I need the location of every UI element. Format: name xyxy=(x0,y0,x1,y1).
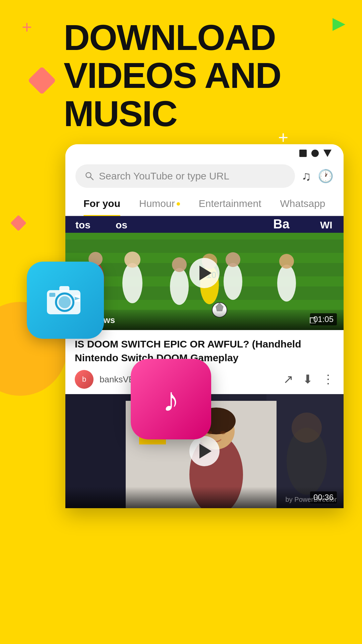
svg-point-53 xyxy=(292,413,322,443)
headline-line2: VIDEOS AND xyxy=(64,56,281,94)
tab-humour[interactable]: Humour xyxy=(131,193,188,215)
svg-point-19 xyxy=(170,268,189,305)
headline-line3: MUSIC xyxy=(64,95,281,132)
video-thumb-1[interactable]: 10 tos os Ba WI xyxy=(65,216,344,330)
svg-text:♪: ♪ xyxy=(163,381,179,418)
play-triangle-2 xyxy=(199,444,212,459)
soccer-scene: 10 tos os Ba WI xyxy=(65,216,344,330)
svg-rect-5 xyxy=(59,286,69,291)
channel-avatar-1: b xyxy=(75,370,94,389)
watermark: by PowerDirector xyxy=(286,496,337,503)
svg-rect-6 xyxy=(49,293,55,297)
tabs-row: For you Humour Entertainment Whatsapp xyxy=(65,193,344,216)
play-button-1[interactable] xyxy=(189,258,220,288)
tab-for-you[interactable]: For you xyxy=(75,193,128,215)
svg-point-18 xyxy=(124,252,140,268)
tab-whatsapp[interactable]: Whatsapp xyxy=(272,193,333,215)
deco-triangle-tr: ▶ xyxy=(333,13,345,33)
svg-text:WI: WI xyxy=(320,219,333,230)
svg-point-21 xyxy=(224,263,242,300)
search-bar-row: Search YouTube or type URL ♫ 🕐 xyxy=(65,160,344,193)
svg-point-23 xyxy=(277,265,296,302)
phone-mockup: Search YouTube or type URL ♫ 🕐 For you H… xyxy=(65,144,344,508)
tab-entertainment[interactable]: Entertainment xyxy=(191,193,269,215)
video-meta-overlay: 23K Views 01:05 xyxy=(65,309,344,330)
play-triangle xyxy=(199,266,212,280)
deco-diamond-left xyxy=(27,65,57,96)
share-icon[interactable]: ↗ xyxy=(283,372,293,386)
svg-point-17 xyxy=(122,263,142,303)
camera-app-icon[interactable] xyxy=(27,262,104,339)
status-bar xyxy=(65,144,344,160)
more-options-icon[interactable]: ⋮ xyxy=(322,372,334,386)
svg-text:os: os xyxy=(116,219,127,230)
tab-humour-dot xyxy=(177,202,180,206)
svg-point-22 xyxy=(226,252,240,267)
status-icon-square xyxy=(299,150,307,157)
music-app-icon[interactable]: ♪ xyxy=(131,359,211,439)
channel-actions: ↗ ⬇ ⋮ xyxy=(283,372,334,386)
search-input-box[interactable]: Search YouTube or type URL xyxy=(75,164,295,188)
svg-rect-0 xyxy=(28,66,56,95)
headline: DOWNLOAD VIDEOS AND MUSIC xyxy=(64,18,281,132)
status-icon-circle xyxy=(311,150,319,157)
svg-point-20 xyxy=(172,257,187,272)
svg-point-4 xyxy=(59,296,71,308)
cc-icon: ⧠ xyxy=(309,316,317,325)
history-icon[interactable]: 🕐 xyxy=(318,169,334,183)
svg-rect-1 xyxy=(10,215,26,231)
svg-point-51 xyxy=(220,431,226,434)
deco-plus-top: + xyxy=(22,18,32,36)
headline-line1: DOWNLOAD xyxy=(64,18,281,56)
status-icon-triangle xyxy=(323,150,331,157)
camera-icon xyxy=(45,283,85,317)
svg-rect-33 xyxy=(65,216,344,233)
play-button-2[interactable] xyxy=(189,436,220,466)
deco-diamond-small xyxy=(10,215,27,231)
svg-text:tos: tos xyxy=(75,219,90,230)
download-icon[interactable]: ⬇ xyxy=(303,372,313,386)
search-icon xyxy=(85,171,94,181)
svg-point-24 xyxy=(279,254,294,269)
music-icon[interactable]: ♫ xyxy=(302,169,311,183)
search-placeholder: Search YouTube or type URL xyxy=(99,170,229,182)
video1-title: IS DOOM SWITCH EPIC OR AWFUL? (Handheld … xyxy=(75,337,334,365)
svg-line-11 xyxy=(90,177,94,180)
svg-text:Ba: Ba xyxy=(273,217,290,231)
music-note-icon: ♪ xyxy=(149,377,193,421)
